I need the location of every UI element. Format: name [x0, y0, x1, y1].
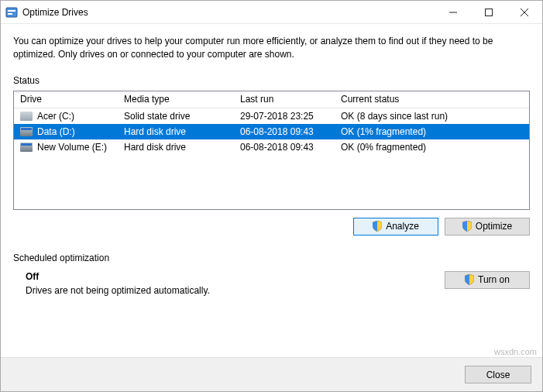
footer: Close [1, 357, 542, 391]
intro-text: You can optimize your drives to help you… [13, 35, 530, 61]
media-type: Solid state drive [118, 111, 234, 122]
col-header-status[interactable]: Current status [335, 94, 529, 105]
col-header-media[interactable]: Media type [118, 94, 234, 105]
scheduled-desc: Drives are not being optimized automatic… [26, 285, 445, 296]
table-row[interactable]: Data (D:)Hard disk drive06-08-2018 09:43… [14, 124, 529, 139]
minimize-button[interactable] [435, 1, 471, 24]
last-run: 06-08-2018 09:43 [234, 142, 335, 153]
svg-rect-4 [486, 9, 493, 15]
watermark: wsxdn.com [494, 347, 537, 356]
app-icon [5, 6, 18, 19]
svg-rect-1 [8, 10, 15, 12]
col-header-last[interactable]: Last run [234, 94, 335, 105]
drive-cell: Data (D:) [14, 126, 118, 137]
optimize-label: Optimize [476, 221, 512, 232]
window: Optimize Drives You can optimize your dr… [0, 0, 543, 392]
drive-name: Acer (C:) [37, 111, 74, 122]
drive-cell: Acer (C:) [14, 111, 118, 122]
drive-cell: New Volume (E:) [14, 142, 118, 153]
media-type: Hard disk drive [118, 142, 234, 153]
drive-name: New Volume (E:) [37, 142, 107, 153]
turn-on-button[interactable]: Turn on [445, 271, 530, 289]
table-row[interactable]: Acer (C:)Solid state drive29-07-2018 23:… [14, 108, 529, 124]
scheduled-section: Scheduled optimization Off Drives are no… [13, 253, 530, 296]
close-label: Close [486, 370, 510, 380]
titlebar: Optimize Drives [1, 1, 542, 24]
table-row[interactable]: New Volume (E:)Hard disk drive06-08-2018… [14, 139, 529, 155]
scheduled-state: Off [26, 271, 445, 282]
action-button-row: Analyze Optimize [13, 218, 530, 236]
analyze-button[interactable]: Analyze [353, 218, 438, 236]
drive-name: Data (D:) [37, 126, 75, 137]
close-button[interactable] [507, 1, 542, 24]
current-status: OK (8 days since last run) [335, 111, 529, 122]
shield-icon [373, 221, 382, 232]
media-type: Hard disk drive [118, 126, 234, 137]
analyze-label: Analyze [386, 221, 419, 232]
ssd-icon [20, 112, 33, 121]
hdd-icon [20, 143, 33, 152]
drives-list[interactable]: Drive Media type Last run Current status… [13, 91, 530, 210]
svg-rect-2 [8, 13, 12, 15]
current-status: OK (0% fragmented) [335, 142, 529, 153]
optimize-button[interactable]: Optimize [445, 218, 530, 236]
status-label: Status [13, 75, 530, 86]
scheduled-heading: Scheduled optimization [13, 253, 530, 263]
window-title: Optimize Drives [22, 7, 435, 18]
shield-icon [462, 221, 472, 232]
turn-on-label: Turn on [478, 274, 510, 285]
content-area: You can optimize your drives to help you… [1, 24, 542, 357]
svg-rect-0 [6, 8, 17, 17]
col-header-drive[interactable]: Drive [14, 94, 118, 105]
close-dialog-button[interactable]: Close [465, 366, 531, 383]
list-header: Drive Media type Last run Current status [14, 91, 529, 108]
last-run: 06-08-2018 09:43 [234, 126, 335, 137]
last-run: 29-07-2018 23:25 [234, 111, 335, 122]
maximize-button[interactable] [471, 1, 507, 24]
current-status: OK (1% fragmented) [335, 126, 529, 137]
hdd-icon [20, 127, 33, 136]
shield-icon [465, 274, 474, 285]
